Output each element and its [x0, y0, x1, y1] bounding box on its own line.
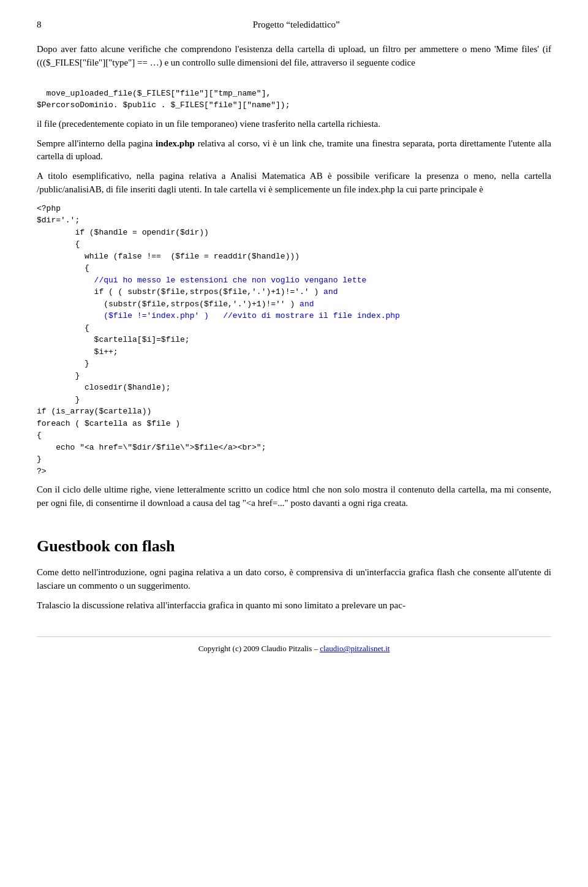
after-code-paragraph: il file (precedentemente copiato in un f… — [37, 118, 551, 131]
page-header: 8 Progetto “teledidattico” — [37, 18, 551, 32]
code-block-1: move_uploaded_file($_FILES["file"]["tmp_… — [37, 75, 551, 111]
code-block-2: <?php $dir='.'; if ($handle = opendir($d… — [37, 203, 551, 478]
code-line-2: $PercorsoDominio. $public . $_FILES["fil… — [37, 100, 290, 110]
and-1: and — [323, 287, 337, 296]
section-heading: Guestbook con flash — [37, 535, 551, 558]
footer-link[interactable]: claudio@pitzalisnet.it — [320, 644, 390, 653]
guestbook-tralascio-paragraph: Tralascio la discussione relativa all'in… — [37, 599, 551, 613]
footer-text: Copyright (c) 2009 Claudio Pitzalis – — [198, 644, 318, 653]
ciclo-paragraph: Con il ciclo delle ultime righe, viene l… — [37, 483, 551, 510]
code-line-1: move_uploaded_file($_FILES["file"]["tmp_… — [47, 89, 271, 98]
page-title: Progetto “teledidattico” — [42, 18, 552, 32]
index-php-paragraph: Sempre all'interno della pagina index.ph… — [37, 137, 551, 164]
intro-paragraph: Dopo aver fatto alcune verifiche che com… — [37, 43, 551, 70]
guestbook-intro-paragraph: Come detto nell'introduzione, ogni pagin… — [37, 566, 551, 593]
comment-2: ($file !='index.php' ) //evito di mostra… — [37, 311, 400, 320]
page-number: 8 — [37, 18, 42, 32]
and-2: and — [300, 300, 314, 309]
comment-1: //qui ho messo le estensioni che non vog… — [37, 276, 366, 285]
footer: Copyright (c) 2009 Claudio Pitzalis – cl… — [37, 636, 551, 655]
analisi-paragraph: A titolo esemplificativo, nella pagina r… — [37, 170, 551, 197]
index-bold: index.php — [156, 138, 195, 148]
